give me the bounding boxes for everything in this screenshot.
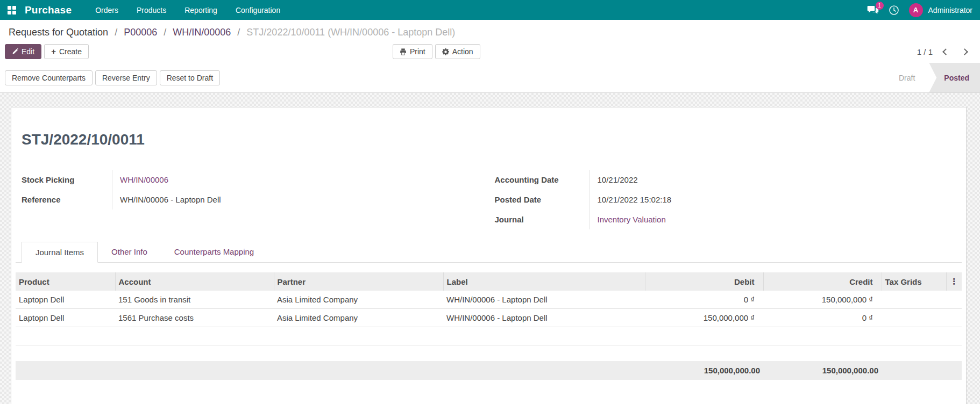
breadcrumb-separator: /: [164, 27, 166, 38]
breadcrumb-separator: /: [237, 27, 240, 38]
user-name[interactable]: Administrator: [928, 6, 972, 15]
col-account[interactable]: Account: [115, 272, 274, 291]
col-tax-grids[interactable]: Tax Grids: [882, 272, 946, 291]
field-label: Journal: [489, 215, 590, 224]
breadcrumb-wh-in[interactable]: WH/IN/00006: [173, 27, 231, 38]
field-label: Accounting Date: [489, 175, 590, 184]
apps-grid-icon[interactable]: [8, 6, 16, 15]
col-debit[interactable]: Debit: [645, 272, 763, 291]
cell-label: WH/IN/00006 - Laptopn Dell: [443, 291, 645, 309]
messages-icon[interactable]: 1: [867, 5, 879, 15]
cell-credit: 0 ₫: [763, 309, 882, 327]
breadcrumb-root[interactable]: Requests for Quotation: [9, 27, 108, 38]
pager-previous-icon[interactable]: [942, 48, 949, 55]
field-label: Posted Date: [489, 195, 590, 204]
field-stock-picking: Stock Picking WH/IN/00006: [16, 170, 489, 190]
remove-counterparts-button[interactable]: Remove Counterparts: [5, 70, 93, 85]
table-empty-row[interactable]: [16, 327, 962, 345]
menu-configuration[interactable]: Configuration: [228, 1, 288, 19]
pager-next-icon[interactable]: [961, 48, 968, 55]
breadcrumb-p00006[interactable]: P00006: [124, 27, 157, 38]
menu-reporting[interactable]: Reporting: [177, 1, 225, 19]
menu-products[interactable]: Products: [129, 1, 174, 19]
action-button-label: Action: [452, 47, 473, 56]
cell-account: 1561 Purchase costs: [115, 309, 274, 327]
cell-product: Laptopn Dell: [16, 291, 115, 309]
record-sheet: STJ/2022/10/0011 Stock Picking WH/IN/000…: [11, 107, 967, 404]
total-debit: 150,000,000.00: [645, 361, 763, 380]
stock-picking-link[interactable]: WH/IN/00006: [112, 170, 489, 190]
pencil-icon: [12, 48, 18, 55]
accounting-date-value: 10/21/2022: [590, 170, 962, 190]
top-navbar: Purchase Orders Products Reporting Confi…: [0, 0, 980, 20]
col-credit[interactable]: Credit: [763, 272, 882, 291]
journal-items-table: Product Account Partner Label Debit Cred…: [16, 272, 962, 345]
reference-value: WH/IN/00006 - Laptopn Dell: [112, 190, 489, 210]
posted-date-value: 10/21/2022 15:02:18: [590, 190, 962, 210]
cell-label: WH/IN/00006 - Laptopn Dell: [443, 309, 645, 327]
optional-columns-icon[interactable]: ⋮: [950, 277, 958, 286]
reset-to-draft-button[interactable]: Reset to Draft: [160, 70, 220, 85]
table-row[interactable]: Laptopn Dell 1561 Purchase costs Asia Li…: [16, 309, 962, 327]
print-button-label: Print: [410, 47, 425, 56]
menu-orders[interactable]: Orders: [88, 1, 126, 19]
nav-menu: Orders Products Reporting Configuration: [88, 1, 288, 19]
notebook-tabs: Journal Items Other Info Counterparts Ma…: [16, 241, 962, 263]
field-journal: Journal Inventory Valuation: [489, 210, 962, 229]
cell-debit: 150,000,000 ₫: [645, 309, 763, 327]
cell-debit: 0 ₫: [645, 291, 763, 309]
statusbar: Draft Posted: [893, 63, 980, 92]
plus-icon: +: [51, 49, 56, 54]
status-draft[interactable]: Draft: [893, 63, 929, 92]
pager: 1 / 1: [917, 47, 971, 56]
gear-icon: [442, 48, 449, 55]
edit-button-label: Edit: [22, 47, 34, 56]
tab-journal-items[interactable]: Journal Items: [22, 242, 98, 263]
status-posted[interactable]: Posted: [929, 63, 980, 92]
field-posted-date: Posted Date 10/21/2022 15:02:18: [489, 190, 962, 210]
cell-partner: Asia Limited Company: [274, 291, 443, 309]
user-avatar[interactable]: A: [909, 3, 923, 17]
breadcrumb-separator: /: [115, 27, 117, 38]
field-label: Reference: [16, 195, 112, 204]
create-button-label: Create: [59, 47, 82, 56]
cell-partner: Asia Limited Company: [274, 309, 443, 327]
edit-button[interactable]: Edit: [5, 44, 41, 59]
reverse-entry-button[interactable]: Reverse Entry: [95, 70, 157, 85]
field-accounting-date: Accounting Date 10/21/2022: [489, 170, 962, 190]
field-groups: Stock Picking WH/IN/00006 Reference WH/I…: [16, 170, 962, 229]
pager-counter: 1 / 1: [917, 47, 933, 56]
totals-row: 150,000,000.00 150,000,000.00: [16, 361, 962, 380]
action-button[interactable]: Action: [435, 44, 480, 59]
table-row[interactable]: Laptopn Dell 151 Goods in transit Asia L…: [16, 291, 962, 309]
col-label[interactable]: Label: [443, 272, 645, 291]
total-credit: 150,000,000.00: [763, 361, 882, 380]
create-button[interactable]: + Create: [44, 44, 89, 59]
col-partner[interactable]: Partner: [274, 272, 443, 291]
field-reference: Reference WH/IN/00006 - Laptopn Dell: [16, 190, 489, 210]
col-product[interactable]: Product: [16, 272, 115, 291]
record-title: STJ/2022/10/0011: [16, 131, 962, 148]
breadcrumb: Requests for Quotation / P00006 / WH/IN/…: [0, 20, 980, 41]
activities-clock-icon[interactable]: [889, 5, 899, 16]
form-canvas: STJ/2022/10/0011 Stock Picking WH/IN/000…: [0, 93, 980, 404]
table-header-row: Product Account Partner Label Debit Cred…: [16, 272, 962, 291]
cell-product: Laptopn Dell: [16, 309, 115, 327]
status-strip: Remove Counterparts Reverse Entry Reset …: [0, 63, 980, 93]
messages-badge: 1: [876, 2, 884, 10]
cell-tax-grids: [882, 309, 946, 327]
journal-link[interactable]: Inventory Valuation: [590, 210, 962, 229]
control-panel: Edit + Create Print Action 1 / 1: [0, 41, 980, 63]
cell-account: 151 Goods in transit: [115, 291, 274, 309]
cell-credit: 150,000,000 ₫: [763, 291, 882, 309]
tab-counterparts-mapping[interactable]: Counterparts Mapping: [161, 242, 267, 263]
cell-tax-grids: [882, 291, 946, 309]
breadcrumb-current: STJ/2022/10/0011 (WH/IN/00006 - Laptopn …: [246, 27, 455, 38]
printer-icon: [400, 48, 407, 55]
print-button[interactable]: Print: [393, 44, 432, 59]
app-title[interactable]: Purchase: [25, 4, 72, 16]
field-label: Stock Picking: [16, 175, 112, 184]
tab-other-info[interactable]: Other Info: [98, 242, 161, 263]
